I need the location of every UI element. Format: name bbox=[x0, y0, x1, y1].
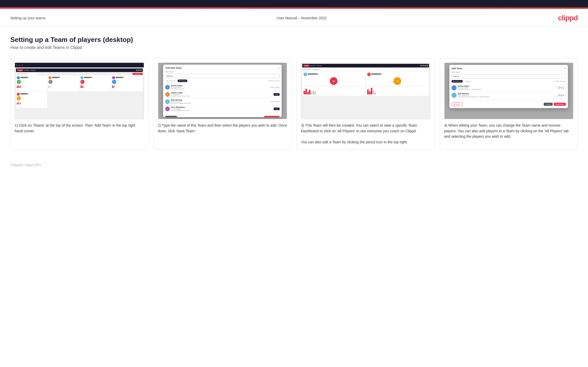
ss4-player-club-2: Plus HandicapRoyal North Devon Golf Club… bbox=[458, 94, 489, 98]
ss4-btn-group: Cancel Save Team bbox=[544, 103, 566, 106]
copyright-text: Copyright Clippd 2021 bbox=[10, 163, 41, 167]
ss2-player-name-2: Adrian Coliba bbox=[171, 92, 190, 94]
ss2-player-avatar-1: A bbox=[165, 85, 170, 90]
ss4-footer: 🗑 Delete Cancel Save Team bbox=[451, 101, 566, 106]
ss3-nav-item-2 bbox=[317, 65, 322, 66]
ss1-nav-item-1 bbox=[24, 70, 29, 71]
page-content: Setting up a Team of players (desktop) H… bbox=[0, 27, 588, 162]
ss2-player-avatar-2: A bbox=[165, 92, 170, 97]
ss2-player-club-2: 1 HandicapCentral London Golf Centre bbox=[171, 94, 190, 97]
ss2-player-status-3: Player Added bbox=[270, 101, 280, 102]
ss1-nav-dot-3 bbox=[22, 65, 23, 66]
header: Setting up your teams User Manual – Nove… bbox=[0, 9, 588, 27]
ss1-top-bar: clippd bbox=[16, 68, 143, 72]
card-1-text: 1) Click on 'Teams' at the top of the sc… bbox=[15, 123, 144, 134]
ss2-player-item-4: D Dave Billingham 3.5 HandicapThe Dog Ma… bbox=[165, 105, 280, 112]
ss4-trash-icon: 🗑 bbox=[454, 103, 455, 105]
teams-dashboard-screenshot: clippd bbox=[15, 63, 144, 119]
screenshot-3: clippd bbox=[301, 63, 430, 119]
ss4-tabs: My Team (2) All Players Filter by name bbox=[451, 80, 566, 83]
ss4-modal-content: Edit Team × Team Name * My Team (2) All … bbox=[449, 65, 568, 108]
ss2-save-button[interactable]: Save Team bbox=[264, 116, 280, 117]
ss2-modal-header: Add New Team × bbox=[165, 67, 280, 69]
screenshot-2: Add New Team × Team Name * My Team (2) A… bbox=[158, 63, 287, 119]
ss2-team-name-input[interactable] bbox=[165, 74, 280, 78]
ss4-team-name-input[interactable] bbox=[451, 74, 566, 78]
ss2-team-name-label: Team Name * bbox=[165, 71, 280, 73]
ss4-close-icon[interactable]: × bbox=[564, 67, 566, 70]
ss2-modal-content: Add New Team × Team Name * My Team (2) A… bbox=[163, 65, 282, 117]
screenshot-4: Edit Team × Team Name * My Team (2) All … bbox=[444, 63, 574, 119]
ss2-player-club-3: Plus HandicapRoyal North Devon Golf Club bbox=[171, 101, 191, 104]
card-4: Edit Team × Team Name * My Team (2) All … bbox=[440, 58, 578, 150]
ss4-save-button[interactable]: Save Team bbox=[554, 103, 566, 106]
ss2-player-name-1: Adrian Player bbox=[171, 85, 183, 86]
ss4-player-info-1: Adrian Player Plus HandicapThe Shire Lon… bbox=[458, 85, 482, 90]
ss4-cancel-button[interactable]: Cancel bbox=[544, 103, 553, 106]
ss2-player-status-1: Player Added bbox=[270, 86, 280, 88]
ss2-filter: Filter by name bbox=[268, 80, 280, 82]
ss1-body: clippd bbox=[15, 67, 144, 119]
header-section: Setting up your teams bbox=[10, 16, 45, 20]
card-1: clippd bbox=[10, 58, 148, 150]
ss2-tab-all-players[interactable]: All Players bbox=[178, 80, 187, 82]
ss4-player-avatar-1 bbox=[451, 85, 457, 90]
ss4-player-item-1: Adrian Player Plus HandicapThe Shire Lon… bbox=[451, 84, 566, 92]
ss2-player-club-1: Plus HandicapThe Shire London bbox=[171, 86, 183, 90]
ss2-player-info-2: Adrian Coliba 1 HandicapCentral London G… bbox=[171, 92, 190, 97]
ss2-player-info-3: Blair McHarg Plus HandicapRoyal North De… bbox=[171, 99, 191, 104]
ss3-score-1: 94 bbox=[330, 77, 338, 85]
ss2-player-info-1: Adrian Player Plus HandicapThe Shire Lon… bbox=[171, 85, 183, 90]
ss2-player-club-4: 3.5 HandicapThe Dog Maging Golf Club bbox=[171, 108, 189, 111]
ss2-player-name-4: Dave Billingham bbox=[171, 106, 189, 108]
card-3: clippd bbox=[297, 58, 435, 150]
ss1-nav-dot-2 bbox=[19, 65, 20, 66]
ss2-player-item-1: A Adrian Player Plus HandicapThe Shire L… bbox=[165, 84, 280, 91]
ss2-add-btn-2[interactable]: Add bbox=[274, 93, 280, 96]
ss4-team-name-label: Team Name * bbox=[451, 71, 566, 73]
ss3-top-bar: clippd bbox=[302, 64, 429, 67]
ss2-player-item-2: A Adrian Coliba 1 HandicapCentral London… bbox=[165, 91, 280, 98]
ss4-tab-my-team[interactable]: My Team (2) bbox=[451, 80, 463, 83]
ss4-remove-btn-1[interactable]: Remove bbox=[557, 86, 566, 89]
logo: clippd bbox=[558, 14, 578, 22]
ss3-nav-item bbox=[310, 65, 316, 66]
ss2-close-icon[interactable]: × bbox=[278, 67, 280, 69]
top-dark-bar bbox=[0, 0, 588, 7]
card-4-text: 4) When editing your Team, you can chang… bbox=[444, 123, 574, 139]
ss2-modal-title: Add New Team bbox=[165, 67, 182, 69]
ss1-nav bbox=[15, 63, 144, 67]
ss4-player-item-2: Blair McHarg Plus HandicapRoyal North De… bbox=[451, 92, 566, 99]
edit-team-modal-screenshot: Edit Team × Team Name * My Team (2) All … bbox=[444, 63, 573, 119]
ss2-player-name-3: Blair McHarg bbox=[171, 99, 191, 101]
screenshot-1: clippd bbox=[15, 63, 144, 119]
ss2-player-avatar-3: B bbox=[165, 99, 170, 104]
ss2-add-btn-4[interactable]: Add bbox=[274, 108, 280, 110]
ss4-player-info-2: Blair McHarg Plus HandicapRoyal North De… bbox=[458, 93, 489, 98]
ss4-tab-all-players[interactable]: All Players bbox=[464, 80, 474, 83]
ss3-players-section: 94 bbox=[302, 71, 429, 96]
ss2-player-avatar-4: D bbox=[165, 107, 170, 111]
ss4-remove-btn-2[interactable]: Remove bbox=[557, 94, 566, 97]
ss2-tabs: My Team (2) All Players Filter by name bbox=[165, 80, 280, 82]
card-2-text: 2) Type the name of this Team and then s… bbox=[158, 123, 287, 134]
ss2-player-item-3: B Blair McHarg Plus HandicapRoyal North … bbox=[165, 98, 280, 105]
ss4-modal-title: Edit Team bbox=[451, 67, 462, 70]
page-subtitle: How to create and edit Teams in Clippd bbox=[10, 45, 578, 50]
ss1-nav-dot-1 bbox=[16, 65, 17, 66]
ss2-player-list: A Adrian Player Plus HandicapThe Shire L… bbox=[165, 84, 280, 112]
ss4-player-avatar-2 bbox=[451, 93, 457, 98]
ss1-nav-item-2 bbox=[30, 70, 36, 71]
ss4-player-list: Adrian Player Plus HandicapThe Shire Lon… bbox=[451, 84, 566, 99]
cards-row: clippd bbox=[10, 58, 578, 150]
card-2: Add New Team × Team Name * My Team (2) A… bbox=[154, 58, 292, 150]
add-team-modal-screenshot: Add New Team × Team Name * My Team (2) A… bbox=[158, 63, 287, 119]
page-title: Setting up a Team of players (desktop) bbox=[10, 36, 578, 44]
ss3-score-2: 72 bbox=[393, 77, 401, 85]
footer: Copyright Clippd 2021 bbox=[0, 162, 588, 172]
ss4-delete-button[interactable]: 🗑 Delete bbox=[451, 102, 463, 106]
ss4-player-club-1: Plus HandicapThe Shire London, United Ki… bbox=[458, 87, 482, 90]
ss2-cancel-button[interactable]: Cancel bbox=[165, 116, 177, 117]
ss2-footer: Cancel Save Team bbox=[165, 114, 280, 117]
ss2-tab-my-team[interactable]: My Team (2) bbox=[165, 80, 176, 82]
